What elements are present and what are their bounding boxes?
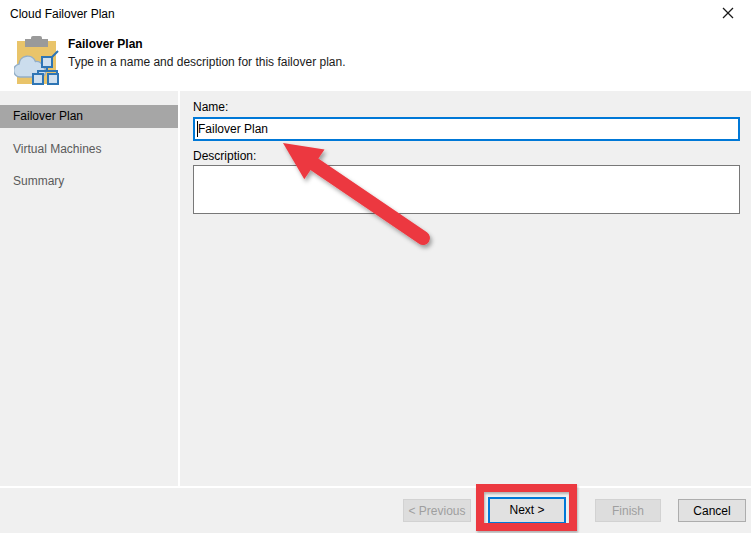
footer-divider [0,486,751,488]
cancel-button[interactable]: Cancel [678,499,746,522]
step-subtitle: Type in a name and description for this … [68,55,346,69]
sidebar-divider [178,91,180,487]
sidebar-item-summary[interactable]: Summary [0,170,178,193]
name-label: Name: [193,100,228,114]
text-caret [197,121,198,137]
description-label: Description: [193,149,256,163]
sidebar-item-virtual-machines[interactable]: Virtual Machines [0,138,178,161]
name-input[interactable] [193,117,740,141]
step-title: Failover Plan [68,37,143,51]
clipboard-cloud-network-icon [14,36,60,87]
previous-button[interactable]: < Previous [403,499,471,522]
cloud-failover-plan-dialog: Cloud Failover Plan Failover Plan Type i… [0,0,751,533]
close-icon[interactable] [719,4,737,22]
finish-button[interactable]: Finish [595,499,661,522]
sidebar-item-failover-plan[interactable]: Failover Plan [0,105,178,128]
description-input[interactable] [193,165,740,214]
window-title: Cloud Failover Plan [10,7,115,21]
next-button[interactable]: Next > [488,497,566,524]
